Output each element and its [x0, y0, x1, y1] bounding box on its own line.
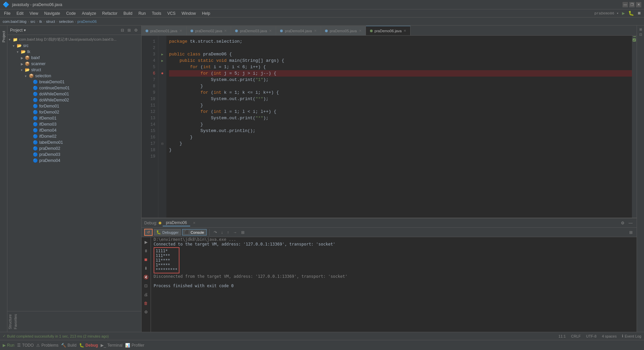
close-button[interactable]: ✕ [636, 2, 641, 7]
tree-item-labeldemo01[interactable]: 🔵 labelDemo01 [7, 139, 141, 145]
structure-tab[interactable]: Structure [7, 311, 13, 332]
debug-icon[interactable]: 🐛 [627, 10, 635, 16]
menu-build[interactable]: Build [121, 10, 135, 16]
mute-btn[interactable]: 🔇 [142, 273, 150, 281]
step-over-side-btn[interactable]: ⬇ [142, 265, 150, 272]
menu-vcs[interactable]: VCS [165, 10, 178, 16]
menu-view[interactable]: View [27, 10, 41, 16]
maximize-button[interactable]: ❐ [629, 2, 635, 7]
breakpoints-btn[interactable]: ⊡ [142, 282, 150, 290]
tree-item-fordemo02[interactable]: 🔵 forDemo02 [7, 109, 141, 115]
debug-tab-prademo06[interactable]: praDemo06 [163, 220, 191, 226]
editor-scrollbar[interactable]: ✓ [632, 36, 637, 218]
run-icon[interactable]: ▶ [621, 10, 626, 16]
breadcrumb-struct[interactable]: struct [46, 19, 55, 24]
breakpoint-icon[interactable]: ● [161, 71, 164, 76]
tree-item-ifdome02[interactable]: 🔵 ifDome02 [7, 133, 141, 139]
tab-close-prademo01[interactable]: ✕ [179, 29, 182, 33]
right-btn-2[interactable]: ⊡ [638, 32, 643, 37]
step-out-btn[interactable]: ↑ [226, 229, 230, 235]
tab-close-prademo06[interactable]: ✕ [404, 29, 406, 33]
status-encoding[interactable]: UTF-8 [586, 334, 596, 338]
breadcrumb-selection[interactable]: selection [59, 19, 73, 24]
breadcrumb-file[interactable]: praDemo06 [77, 19, 97, 24]
menu-edit[interactable]: Edit [14, 10, 26, 16]
tab-prademo03[interactable]: praDemo03.java ✕ [231, 26, 276, 35]
favorites-tab[interactable]: Favorites [13, 311, 18, 332]
tree-item-scanner[interactable]: ▶ 📦 scanner [7, 61, 141, 67]
stop-icon[interactable]: ⏹ [636, 11, 643, 16]
build-status[interactable]: ✓ Build completed successfully in 1 sec,… [3, 334, 109, 338]
tree-item-breakdemo01[interactable]: 🔵 breakDemo01 [7, 79, 141, 85]
tree-item-fordemo01[interactable]: 🔵 forDemo01 [7, 103, 141, 109]
todo-btn[interactable]: ☰ TODO [17, 343, 34, 348]
menu-navigate[interactable]: Navigate [42, 10, 63, 16]
restore-layout-btn[interactable]: ⊞ [628, 229, 634, 235]
tab-prademo04[interactable]: praDemo04.java ✕ [276, 26, 321, 35]
status-indent[interactable]: 4 spaces [602, 334, 616, 338]
resume-btn[interactable]: ▶ [142, 238, 150, 246]
tree-item-ifdemo04[interactable]: 🔵 ifDemo04 [7, 127, 141, 133]
project-tab[interactable]: Project [1, 28, 6, 45]
menu-window[interactable]: Window [179, 10, 199, 16]
tab-close-prademo04[interactable]: ✕ [314, 29, 317, 33]
console-tab-btn[interactable]: ⬛ Console [182, 229, 206, 235]
step-over-btn[interactable]: ↷ [212, 229, 218, 235]
breadcrumb-root[interactable]: com.baixf.blog [3, 19, 26, 24]
tree-item-selection[interactable]: ▾ 📦 selection [7, 73, 141, 79]
tree-item-struct[interactable]: ▾ 📂 struct [7, 67, 141, 73]
tree-item-src[interactable]: ▾ 📂 src [7, 43, 141, 49]
pause-btn[interactable]: ⏸ [142, 247, 150, 255]
menu-code[interactable]: Code [63, 10, 78, 16]
step-into-btn[interactable]: ↓ [220, 229, 224, 235]
profiler-btn[interactable]: 📊 Profiler [125, 343, 144, 348]
tree-item-prademo02[interactable]: 🔵 praDemo02 [7, 145, 141, 151]
rerun-button[interactable]: ↺ [144, 229, 153, 236]
tab-close-prademo03[interactable]: ✕ [269, 29, 272, 33]
sidebar-settings[interactable]: ⚙ [133, 28, 139, 33]
minimize-panel-icon[interactable]: — [627, 220, 634, 226]
build-bottom-btn[interactable]: 🔨 Build [61, 343, 76, 348]
run-class-arrow[interactable]: ▶ [161, 52, 163, 56]
print-btn[interactable]: 🖨 [142, 291, 150, 298]
tree-item-ifdemo03[interactable]: 🔵 ifDemo03 [7, 121, 141, 127]
sidebar-expand-all[interactable]: ⊞ [126, 28, 132, 33]
menu-run[interactable]: Run [136, 10, 149, 16]
minimize-button[interactable]: — [623, 2, 628, 7]
tab-prademo02[interactable]: praDemo02.java ✕ [186, 26, 231, 35]
run-to-cursor-btn[interactable]: → [232, 229, 238, 235]
tree-item-tk[interactable]: ▾ 📂 tk [7, 49, 141, 55]
breadcrumb-tk[interactable]: tk [39, 19, 42, 24]
tree-item-root[interactable]: ▾ 📁 com.baixf.blog D:\我的\笔记本\Java\javast… [7, 36, 141, 43]
fold-17[interactable]: ⊟ [161, 142, 163, 146]
breadcrumb-src[interactable]: src [31, 19, 36, 24]
sidebar-collapse-all[interactable]: ⊟ [120, 28, 125, 33]
status-position[interactable]: 11:1 [558, 334, 566, 338]
settings-icon[interactable]: ⚙ [620, 220, 626, 226]
tree-item-ifdemo01[interactable]: 🔵 ifDemo01 [7, 115, 141, 121]
status-event-log[interactable]: ℹ Event Log [622, 334, 641, 338]
delete-btn[interactable]: 🗑 [142, 300, 150, 307]
tab-prademo06[interactable]: praDemo06.java ✕ [366, 26, 411, 35]
tab-prademo05[interactable]: praDemo05.java ✕ [321, 26, 366, 35]
tree-item-baixf[interactable]: ▶ 📦 baixf [7, 55, 141, 61]
tab-close-prademo05[interactable]: ✕ [359, 29, 362, 33]
problems-btn[interactable]: ⚠ Problems [36, 343, 58, 348]
right-btn-1[interactable]: ⊞ [638, 27, 643, 32]
menu-tools[interactable]: Tools [149, 10, 164, 16]
stop-btn[interactable]: ⏹ [142, 256, 150, 263]
tree-item-prademo04[interactable]: 🔵 praDemo04 [7, 158, 141, 164]
status-line-ending[interactable]: CRLF [571, 334, 581, 338]
tab-prademo01[interactable]: praDemo01.java ✕ [142, 26, 186, 35]
tree-item-prademo03[interactable]: 🔵 praDemo03 [7, 151, 141, 158]
menu-file[interactable]: File [1, 10, 13, 16]
settings-side-btn[interactable]: ⚙ [142, 308, 150, 316]
code-content[interactable]: package tk.struct.selection; public clas… [166, 36, 632, 218]
menu-refactor[interactable]: Refactor [100, 10, 120, 16]
run-method-arrow[interactable]: ▶ [161, 59, 163, 63]
debugger-tab-btn[interactable]: 🐛 Debugger [154, 229, 181, 235]
menu-analyze[interactable]: Analyze [79, 10, 99, 16]
tab-close-prademo02[interactable]: ✕ [224, 29, 227, 33]
tree-item-dowhiledemo02[interactable]: 🔵 doWhileDemo02 [7, 97, 141, 103]
run-bottom-btn[interactable]: ▶ Run [3, 343, 14, 348]
